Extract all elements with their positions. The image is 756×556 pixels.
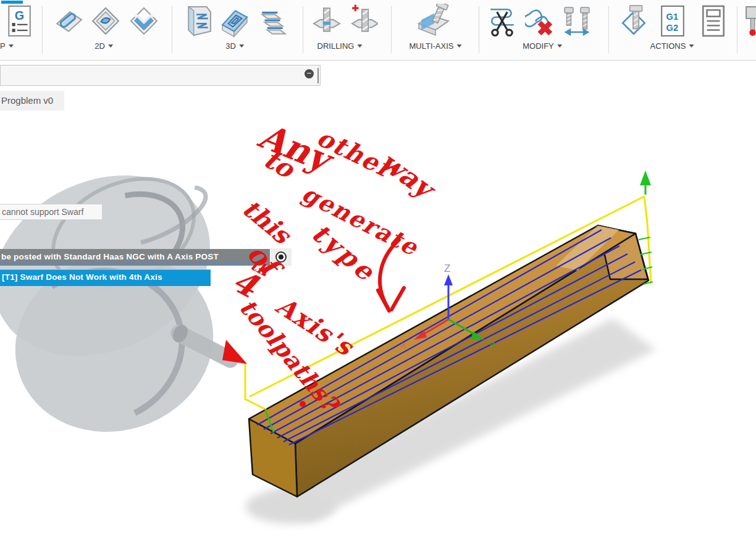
- chevron-down-icon: [9, 44, 14, 48]
- toolbar-group-drilling[interactable]: DRILLING: [317, 41, 363, 51]
- 3d-adaptive-icon[interactable]: [220, 4, 248, 38]
- svg-text:G: G: [15, 9, 24, 22]
- chevron-down-icon: [557, 44, 562, 48]
- circle-minus-icon[interactable]: −: [304, 69, 314, 78]
- toolbar-separator: [479, 6, 479, 53]
- setup-sheet-icon[interactable]: [699, 4, 728, 38]
- svg-text:G2: G2: [666, 23, 679, 33]
- regenerate-hatch-pattern: [0, 262, 270, 266]
- app-window: Z X Y G P: [0, 0, 756, 556]
- simulate-icon[interactable]: [620, 4, 649, 38]
- toolbar-group-modify[interactable]: MODIFY: [523, 41, 562, 51]
- toolbar-separator: [391, 6, 392, 53]
- chevron-down-icon: [689, 44, 694, 48]
- toolbar-separator: [303, 6, 303, 53]
- chevron-down-icon: [357, 44, 362, 48]
- toolbar-group-actions[interactable]: ACTIONS: [650, 41, 694, 51]
- stock-shadow-near: [246, 489, 335, 524]
- radio-selected-icon[interactable]: [275, 251, 287, 263]
- chevron-down-icon: [108, 44, 113, 48]
- operation-tree-row-selected[interactable]: [T1] Swarf Does Not Work with 4th Axis: [0, 269, 211, 286]
- 3d-steep-and-shallow-icon[interactable]: [183, 4, 212, 38]
- browser-filter-bar[interactable]: −: [0, 65, 321, 86]
- chevron-down-icon: [457, 44, 462, 48]
- toolbar-separator: [737, 6, 737, 53]
- multi-axis-swarf-icon[interactable]: [418, 4, 451, 38]
- toolbar-group-setup[interactable]: P: [0, 41, 14, 51]
- drill-icon[interactable]: [313, 4, 341, 38]
- tool-tip: [222, 340, 247, 364]
- delete-toolpath-icon[interactable]: [525, 4, 553, 38]
- axis-x-label: X: [400, 339, 406, 350]
- trim-toolpath-icon[interactable]: [488, 4, 516, 38]
- post-gcode-document-icon[interactable]: G: [5, 4, 33, 38]
- swarf-warning-tooltip: cannot support Swarf: [0, 204, 103, 220]
- chevron-down-icon: [239, 44, 244, 48]
- document-title[interactable]: Progblem v0: [0, 91, 64, 111]
- 2d-adaptive-icon[interactable]: [54, 4, 83, 38]
- drill-new-icon[interactable]: [350, 4, 378, 38]
- 2d-face-icon[interactable]: [130, 4, 158, 38]
- axis-y-label: Y: [489, 340, 495, 350]
- post-process-g1g2-icon[interactable]: G1 G2: [658, 4, 687, 38]
- setup-row-label: be posted with Standard Haas NGC with A …: [1, 252, 219, 261]
- probe-icon[interactable]: [745, 4, 756, 38]
- 3d-flat-icon[interactable]: [258, 4, 287, 38]
- toolbar-separator: [608, 6, 609, 53]
- axis-z-label: Z: [444, 263, 450, 274]
- text-cursor: [317, 68, 319, 83]
- 2d-pocket-icon[interactable]: [91, 4, 120, 38]
- toolbar-group-3d[interactable]: 3D: [225, 41, 244, 51]
- toolbar-group-multi-axis[interactable]: MULTI-AXIS: [410, 41, 462, 51]
- setup-tree-row[interactable]: be posted with Standard Haas NGC with A …: [0, 249, 270, 266]
- tool-change-icon[interactable]: [562, 4, 590, 38]
- tool-holder: [0, 141, 242, 457]
- cam-toolbar: G P: [0, 0, 756, 61]
- toolbar-separator: [42, 6, 43, 53]
- svg-text:G1: G1: [666, 12, 679, 22]
- toolbar-separator: [172, 6, 172, 53]
- toolbar-group-2d[interactable]: 2D: [94, 41, 113, 51]
- operation-row-label: [T1] Swarf Does Not Work with 4th Axis: [2, 272, 162, 282]
